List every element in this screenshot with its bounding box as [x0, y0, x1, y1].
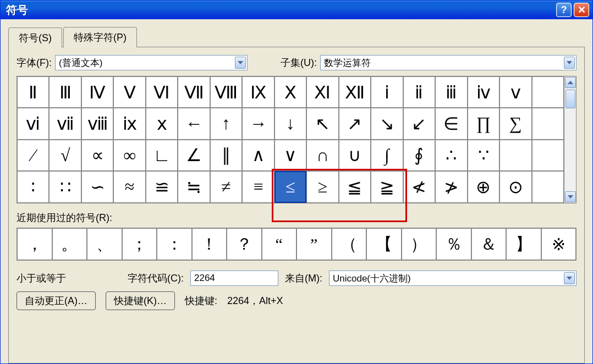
symbol-cell[interactable]: ∟ [146, 140, 178, 171]
scroll-thumb[interactable] [565, 90, 575, 108]
symbol-cell[interactable]: ≠ [210, 171, 242, 203]
symbol-cell[interactable]: ⅰ [371, 76, 403, 108]
recent-cell[interactable]: ” [296, 228, 332, 260]
recent-cell[interactable]: 】 [506, 228, 541, 260]
symbol-cell[interactable]: Ⅶ [178, 76, 210, 108]
symbol-cell[interactable]: ∪ [339, 140, 371, 171]
symbol-cell[interactable]: ≧ [371, 171, 403, 203]
symbol-cell[interactable]: Ⅷ [210, 76, 242, 108]
autocorrect-button[interactable]: 自动更正(A)… [17, 291, 96, 310]
symbol-cell[interactable]: Ⅳ [81, 76, 113, 108]
recent-cell[interactable]: ※ [541, 228, 576, 260]
scroll-track[interactable] [565, 89, 576, 191]
symbol-cell[interactable]: ↓ [274, 108, 306, 139]
symbol-cell[interactable]: ≥ [306, 171, 338, 203]
recent-cell[interactable]: ％ [436, 228, 471, 260]
recent-cell[interactable]: ； [122, 228, 157, 260]
chevron-down-icon[interactable] [564, 57, 575, 69]
symbol-cell[interactable]: → [242, 108, 274, 139]
symbol-cell[interactable]: Ⅲ [49, 76, 81, 108]
symbol-cell[interactable] [532, 140, 564, 171]
symbol-cell[interactable]: ⅴ [499, 76, 531, 108]
symbol-cell[interactable]: ∨ [274, 140, 306, 171]
recent-cell[interactable]: ？ [227, 228, 262, 260]
symbol-cell[interactable]: ⊙ [499, 171, 531, 203]
tab-symbols[interactable]: 符号(S) [8, 27, 62, 48]
symbol-cell[interactable]: ∶ [17, 171, 49, 203]
recent-cell[interactable]: 【 [366, 228, 402, 260]
font-combo[interactable]: (普通文本) [55, 55, 248, 70]
symbol-cell[interactable]: ∽ [81, 171, 113, 203]
scroll-down-icon[interactable] [565, 191, 576, 202]
symbol-cell[interactable]: ⅶ [49, 108, 81, 139]
symbol-cell[interactable]: ∥ [210, 140, 242, 171]
close-button[interactable]: ✕ [574, 3, 589, 17]
symbol-cell[interactable]: ⅱ [403, 76, 435, 108]
recent-cell[interactable]: 、 [87, 228, 122, 260]
symbol-cell[interactable]: Ⅵ [146, 76, 178, 108]
recent-cell[interactable]: “ [262, 228, 297, 260]
symbol-cell[interactable]: ≒ [178, 171, 210, 203]
symbol-cell[interactable]: ≈ [113, 171, 145, 203]
symbol-cell[interactable]: ≌ [146, 171, 178, 203]
symbol-cell[interactable]: ↖ [306, 108, 338, 139]
shortcutkey-button[interactable]: 快捷键(K)… [106, 291, 175, 310]
symbol-cell[interactable]: ∝ [81, 140, 113, 171]
symbol-cell[interactable]: ↗ [339, 108, 371, 139]
chevron-down-icon[interactable] [564, 272, 575, 284]
symbol-cell[interactable]: ↙ [403, 108, 435, 139]
symbol-cell[interactable] [532, 171, 564, 203]
symbol-cell[interactable]: ∈ [435, 108, 467, 139]
symbol-cell[interactable]: ← [178, 108, 210, 139]
recent-cell[interactable]: ！ [192, 228, 227, 260]
symbol-cell[interactable]: Ⅺ [306, 76, 338, 108]
symbol-cell[interactable]: ∧ [242, 140, 274, 171]
tab-special[interactable]: 特殊字符(P) [63, 27, 137, 47]
subset-combo[interactable]: 数学运算符 [320, 55, 576, 70]
symbol-cell[interactable]: Ⅹ [274, 76, 306, 108]
charcode-input[interactable]: 2264 [190, 271, 278, 286]
from-combo[interactable]: Unicode(十六进制) [329, 271, 576, 286]
recent-cell[interactable]: ＆ [471, 228, 507, 260]
symbol-cell[interactable]: ∮ [403, 140, 435, 171]
symbol-cell[interactable]: ↘ [371, 108, 403, 139]
help-button[interactable]: ? [556, 3, 572, 17]
symbol-cell[interactable]: Ⅸ [242, 76, 274, 108]
symbol-cell[interactable]: ≤ [274, 171, 306, 203]
symbol-cell[interactable]: ∷ [49, 171, 81, 203]
scroll-up-icon[interactable] [565, 77, 576, 88]
grid-scrollbar[interactable] [564, 76, 576, 203]
symbol-cell[interactable]: ⅲ [435, 76, 467, 108]
symbol-cell[interactable]: ∩ [306, 140, 338, 171]
symbol-cell[interactable]: ∞ [113, 140, 145, 171]
symbol-cell[interactable] [532, 108, 564, 139]
symbol-cell[interactable]: ≦ [339, 171, 371, 203]
symbol-cell[interactable]: ∏ [468, 108, 499, 139]
symbol-cell[interactable] [499, 140, 531, 171]
symbol-cell[interactable]: ∕ [17, 140, 49, 171]
symbol-cell[interactable]: ⅸ [113, 108, 145, 139]
symbol-cell[interactable]: Ⅱ [17, 76, 49, 108]
recent-cell[interactable]: 。 [52, 228, 87, 260]
symbol-cell[interactable]: ∴ [435, 140, 467, 171]
symbol-cell[interactable] [532, 76, 564, 108]
symbol-cell[interactable]: ⅷ [81, 108, 113, 139]
symbol-cell[interactable]: √ [49, 140, 81, 171]
symbol-cell[interactable]: ↑ [210, 108, 242, 139]
symbol-cell[interactable]: ∵ [468, 140, 499, 171]
symbol-cell[interactable]: ≮ [403, 171, 435, 203]
symbol-cell[interactable]: ⅹ [146, 108, 178, 139]
symbol-cell[interactable]: ∫ [371, 140, 403, 171]
symbol-cell[interactable]: ≡ [242, 171, 274, 203]
symbol-cell[interactable]: ⊕ [468, 171, 499, 203]
recent-cell[interactable]: ） [402, 228, 437, 260]
symbol-cell[interactable]: Ⅻ [339, 76, 371, 108]
symbol-cell[interactable]: ⅳ [468, 76, 499, 108]
symbol-cell[interactable]: ∑ [499, 108, 531, 139]
recent-cell[interactable]: ， [17, 228, 52, 260]
recent-cell[interactable]: （ [332, 228, 367, 260]
symbol-cell[interactable]: ≯ [435, 171, 467, 203]
symbol-cell[interactable]: ⅵ [17, 108, 49, 139]
chevron-down-icon[interactable] [235, 57, 246, 69]
symbol-cell[interactable]: ∠ [178, 140, 210, 171]
